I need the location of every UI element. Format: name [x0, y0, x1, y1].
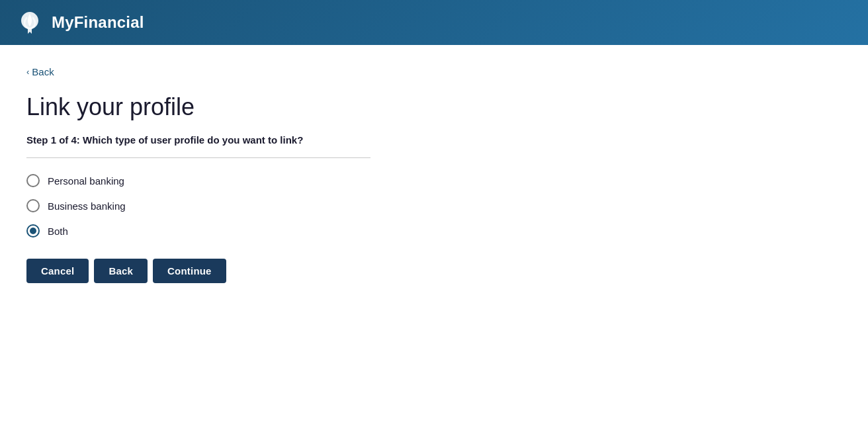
- radio-both-label: Both: [48, 226, 68, 237]
- radio-option-business[interactable]: Business banking: [26, 199, 842, 212]
- page-title: Link your profile: [26, 93, 842, 121]
- continue-button[interactable]: Continue: [153, 259, 226, 283]
- step-label: Step 1 of 4: Which type of user profile …: [26, 134, 842, 146]
- back-link-label: Back: [32, 66, 54, 77]
- radio-option-both[interactable]: Both: [26, 224, 842, 237]
- logo-container: MyFinancial: [16, 9, 144, 36]
- radio-both[interactable]: [26, 224, 40, 237]
- main-content: ‹ Back Link your profile Step 1 of 4: Wh…: [0, 45, 868, 304]
- logo-icon: [16, 9, 44, 36]
- button-group: Cancel Back Continue: [26, 259, 842, 283]
- cancel-button[interactable]: Cancel: [26, 259, 89, 283]
- radio-personal-label: Personal banking: [48, 175, 124, 187]
- header: MyFinancial: [0, 0, 868, 45]
- radio-business-label: Business banking: [48, 200, 126, 212]
- radio-group: Personal banking Business banking Both: [26, 174, 842, 237]
- radio-business[interactable]: [26, 199, 40, 212]
- back-link[interactable]: ‹ Back: [26, 66, 842, 77]
- back-chevron-icon: ‹: [26, 67, 29, 77]
- app-title: MyFinancial: [52, 13, 144, 32]
- back-button[interactable]: Back: [94, 259, 148, 283]
- section-divider: [26, 157, 370, 158]
- radio-personal[interactable]: [26, 174, 40, 187]
- radio-option-personal[interactable]: Personal banking: [26, 174, 842, 187]
